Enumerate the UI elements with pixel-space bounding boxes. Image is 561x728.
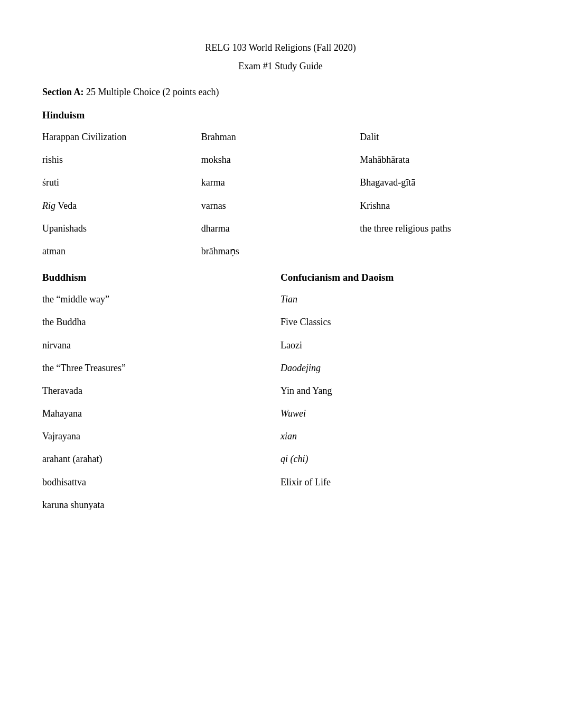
hinduism-columns: Harappan Civilization rishis śruti Rig V… — [42, 131, 519, 268]
section-header: Section A: 25 Multiple Choice (2 points … — [42, 87, 519, 98]
page-title: RELG 103 World Religions (Fall 2020) — [42, 42, 519, 53]
list-item: varnas — [201, 199, 360, 213]
list-item: nirvana — [42, 339, 280, 352]
list-item: brāhmaṇs — [201, 245, 360, 258]
list-item: Harappan Civilization — [42, 131, 201, 144]
hinduism-label: Hinduism — [42, 109, 519, 121]
list-item: the “Three Treasures” — [42, 362, 280, 375]
hinduism-col2: Brahman moksha karma varnas dharma brāhm… — [201, 131, 360, 268]
list-item: Mahābhārata — [360, 153, 519, 167]
list-item: Bhagavad-gītā — [360, 176, 519, 189]
list-item: Rig Veda — [42, 199, 201, 213]
lower-sections: Buddhism the “middle way” the Buddha nir… — [42, 272, 519, 521]
list-item: Daodejing — [280, 362, 519, 375]
section-desc: 25 Multiple Choice (2 points each) — [84, 87, 219, 97]
list-item: Dalit — [360, 131, 519, 144]
hinduism-col3: Dalit Mahābhārata Bhagavad-gītā Krishna … — [360, 131, 519, 268]
buddhism-label: Buddhism — [42, 272, 280, 283]
list-item: the Buddha — [42, 316, 280, 329]
list-item: Brahman — [201, 131, 360, 144]
list-item: atman — [42, 245, 201, 258]
list-item: Krishna — [360, 199, 519, 213]
buddhism-panel: Buddhism the “middle way” the Buddha nir… — [42, 272, 280, 521]
list-item: Upanishads — [42, 222, 201, 235]
italic-text: Rig — [42, 200, 55, 211]
list-item: Yin and Yang — [280, 384, 519, 398]
list-item: Wuwei — [280, 407, 519, 420]
list-item: Elixir of Life — [280, 476, 519, 489]
list-item: karma — [201, 176, 360, 189]
list-item: bodhisattva — [42, 476, 280, 489]
list-item: Laozi — [280, 339, 519, 352]
list-item: karuna shunyata — [42, 499, 280, 512]
list-item: qi (chi) — [280, 453, 519, 466]
exam-subtitle: Exam #1 Study Guide — [42, 61, 519, 72]
list-item: Theravada — [42, 384, 280, 398]
list-item: the three religious paths — [360, 222, 519, 235]
list-item: Mahayana — [42, 407, 280, 420]
confucianism-daoism-panel: Confucianism and Daoism Tian Five Classi… — [280, 272, 519, 521]
confucianism-daoism-label: Confucianism and Daoism — [280, 272, 519, 283]
section-label: Section A: — [42, 87, 84, 97]
list-item: dharma — [201, 222, 360, 235]
list-item: Tian — [280, 293, 519, 306]
hinduism-col1: Harappan Civilization rishis śruti Rig V… — [42, 131, 201, 268]
list-item: rishis — [42, 153, 201, 167]
list-item: arahant (arahat) — [42, 453, 280, 466]
list-item: Vajrayana — [42, 430, 280, 443]
list-item: Five Classics — [280, 316, 519, 329]
list-item: the “middle way” — [42, 293, 280, 306]
list-item: moksha — [201, 153, 360, 167]
list-item: xian — [280, 430, 519, 443]
list-item: śruti — [42, 176, 201, 189]
